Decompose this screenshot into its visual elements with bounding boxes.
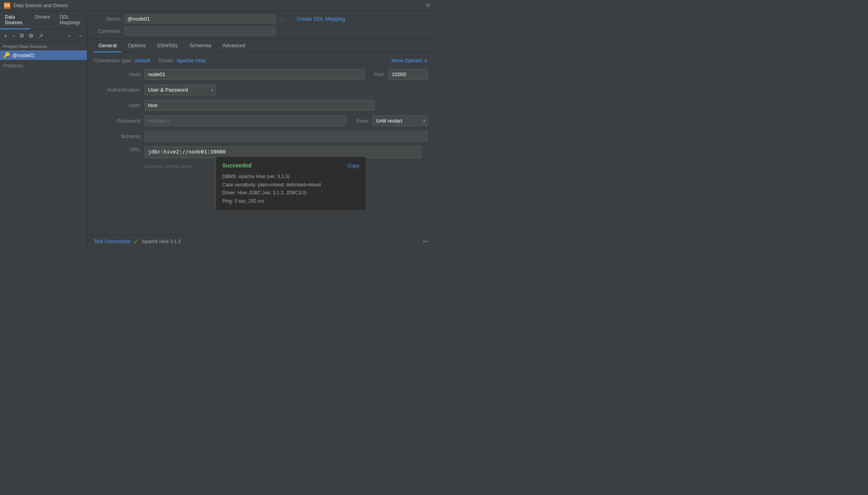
password-label: Password: [94, 118, 141, 124]
auth-select-wrapper: User & Password No auth Username only [144, 84, 216, 95]
user-input[interactable] [144, 100, 375, 111]
comment-row: Comment: ⤢ [94, 27, 428, 36]
save-select[interactable]: Until restart Forever Never [372, 115, 428, 126]
password-input[interactable] [144, 115, 346, 126]
host-label: Host: [94, 71, 141, 77]
tab-ddl-mappings[interactable]: DDL Mappings [55, 11, 87, 29]
name-input[interactable] [125, 14, 275, 23]
driver-value[interactable]: Apache Hive [177, 58, 206, 63]
tab-drivers[interactable]: Drivers [30, 11, 55, 29]
section-label: Project Data Sources [0, 42, 87, 50]
window-title: Data Sources and Drivers [13, 3, 425, 8]
save-select-wrapper: Until restart Forever Never [372, 115, 428, 126]
back-button[interactable]: ← [65, 32, 74, 40]
datasource-icon: 🔑 [3, 52, 10, 58]
datasource-label: @node01 [12, 52, 35, 58]
add-button[interactable]: + [2, 32, 9, 40]
main-content: Data Sources Drivers DDL Mappings + − ⧉ … [0, 11, 434, 248]
connection-type-value[interactable]: default [135, 58, 150, 63]
config-tabs-bar: General Options SSH/SSL Schemas Advanced [87, 39, 434, 53]
schema-input[interactable] [144, 131, 428, 142]
sidebar: Data Sources Drivers DDL Mappings + − ⧉ … [0, 11, 87, 248]
tab-schemas[interactable]: Schemas [185, 39, 216, 52]
copy-button[interactable]: Copy [348, 163, 360, 169]
driver-label: Driver: [159, 58, 174, 63]
name-row: Name: ○ Create DDL Mapping [94, 14, 428, 23]
forward-button[interactable]: → [76, 32, 85, 40]
tab-advanced[interactable]: Advanced [217, 39, 250, 52]
tab-ssh-ssl[interactable]: SSH/SSL [152, 39, 183, 52]
name-circle-icon: ○ [280, 15, 284, 23]
success-line-2: Case sensitivity: plain=mixed, delimited… [222, 181, 360, 189]
comment-input[interactable] [125, 27, 275, 36]
form-fields: Host: Port: Authentication: User & Passw… [94, 69, 428, 169]
port-input[interactable] [388, 69, 428, 80]
sidebar-tabs: Data Sources Drivers DDL Mappings [0, 11, 87, 30]
auth-label: Authentication: [94, 87, 141, 93]
host-input[interactable] [144, 69, 365, 80]
name-label: Name: [94, 16, 121, 22]
tab-options[interactable]: Options [123, 39, 150, 52]
create-ddl-link[interactable]: Create DDL Mapping [297, 16, 345, 22]
problems-section: Problems [0, 60, 87, 72]
port-label: Port: [374, 71, 385, 77]
datasource-header: Name: ○ Create DDL Mapping Comment: ⤢ [87, 11, 434, 39]
form-area: Connection type: default Driver: Apache … [87, 53, 434, 235]
undo-button[interactable]: ↩ [423, 238, 428, 245]
connection-type-row: Connection type: default Driver: Apache … [94, 58, 428, 63]
main-window: DS Data Sources and Drivers ✕ Data Sourc… [0, 0, 434, 248]
titlebar: DS Data Sources and Drivers ✕ [0, 0, 434, 11]
schema-row: Schema: [94, 131, 428, 142]
comment-field-wrapper: ⤢ [125, 27, 275, 36]
remove-button[interactable]: − [10, 32, 17, 40]
connection-type-label: Connection type: [94, 58, 133, 63]
close-button[interactable]: ✕ [425, 2, 430, 9]
app-icon: DS [4, 2, 10, 9]
user-label: User: [94, 102, 141, 108]
tab-data-sources[interactable]: Data Sources [0, 11, 30, 29]
save-label: Save: [356, 118, 369, 124]
expand-comment-icon[interactable]: ⤢ [271, 29, 274, 33]
password-row: Password: Save: Until restart Forever Ne… [94, 115, 428, 126]
success-line-1: DBMS: Apache Hive (ver. 3.1.3) [222, 173, 360, 180]
more-options-button[interactable]: More Options ∨ [391, 58, 428, 63]
right-panel: Name: ○ Create DDL Mapping Comment: ⤢ Ge… [87, 11, 434, 248]
success-popup: Succeeded Copy DBMS: Apache Hive (ver. 3… [216, 156, 366, 211]
datasource-item-node01[interactable]: 🔑 @node01 [0, 50, 87, 60]
comment-label: Comment: [94, 28, 121, 34]
url-label: URL: [94, 146, 141, 152]
success-header: Succeeded Copy [222, 162, 360, 169]
copy-button[interactable]: ⧉ [18, 31, 25, 40]
user-row: User: [94, 100, 428, 111]
bottom-bar: Test Connection ✓ Apache Hive 3.1.3 ↩ [87, 235, 434, 248]
settings-button[interactable]: ⚙ [27, 32, 35, 40]
schema-label: Schema: [94, 133, 141, 139]
host-port-row: Host: Port: [94, 69, 428, 80]
connection-status: Apache Hive 3.1.3 [142, 239, 181, 244]
success-info: DBMS: Apache Hive (ver. 3.1.3) Case sens… [222, 173, 360, 205]
tab-general[interactable]: General [94, 39, 121, 52]
export-button[interactable]: ↗ [37, 32, 45, 40]
sidebar-toolbar: + − ⧉ ⚙ ↗ ← → [0, 30, 87, 42]
expand-url-icon[interactable]: ⤢ [425, 146, 428, 151]
success-title: Succeeded [222, 162, 252, 169]
success-line-3: Driver: Hive JDBC (ver. 3.1.2, JDBC3.0) [222, 189, 360, 197]
auth-select[interactable]: User & Password No auth Username only [144, 84, 216, 95]
test-connection-button[interactable]: Test Connection [94, 238, 131, 244]
success-line-4: Ping: 3 sec, 292 ms [222, 197, 360, 205]
auth-row: Authentication: User & Password No auth … [94, 84, 428, 95]
check-icon: ✓ [134, 238, 139, 245]
